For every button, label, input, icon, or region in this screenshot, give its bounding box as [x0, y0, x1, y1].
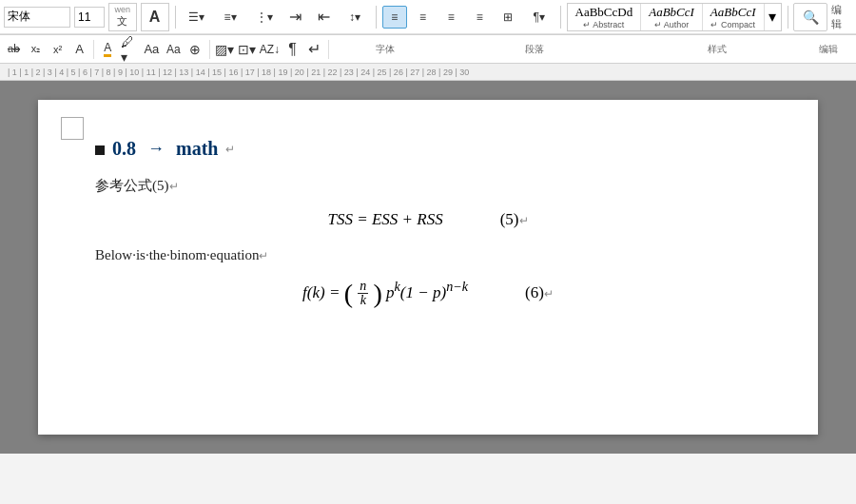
eq2-rest: pk(1 − p)n−k: [386, 283, 468, 301]
spacing-button[interactable]: ↵: [304, 38, 324, 61]
font-family-input[interactable]: 宋体: [4, 7, 70, 28]
equation2: f(k) = ( n k ) pk(1 − p)n−k (6)↵: [95, 279, 761, 307]
font-color-icon: A: [104, 41, 111, 57]
multilevel-list-button[interactable]: ⋮▾: [249, 6, 280, 29]
eq1-num: (5)↵: [500, 210, 529, 229]
wen-icon: 文: [117, 14, 127, 29]
compact-preview: AaBbCcI: [710, 5, 756, 20]
eq1-lhs: TSS = ESS + RSS: [328, 210, 443, 229]
align-right-button[interactable]: ≡: [438, 6, 463, 29]
heading-number: 0.8: [112, 138, 136, 160]
strikethrough-button[interactable]: ab̶: [4, 38, 24, 61]
para1: 参考公式(5)↵: [95, 175, 761, 197]
subscript-button[interactable]: x₂: [26, 38, 46, 61]
page-marker: [61, 117, 84, 140]
ruler-marks: | 1 | 1 | 2 | 3 | 4 | 5 | 6 | 7 | 8 | 9 …: [0, 68, 469, 77]
sep-b: [209, 40, 210, 59]
increase-indent-button[interactable]: ⇥: [283, 6, 308, 29]
ruler: | 1 | 1 | 2 | 3 | 4 | 5 | 6 | 7 | 8 | 9 …: [0, 64, 856, 81]
edit-group-label: 编辑: [805, 43, 852, 56]
ribbon-row2: ab̶ x₂ x² A A 🖊▾ Aa Aa ⊕ ▨▾ ⊡▾ AZ↓ ¶ ↵ 字…: [0, 35, 856, 64]
eq2-num: (6)↵: [525, 283, 554, 302]
style-abstract-card[interactable]: AaBbCcDd ↵ Abstract AaBbCcI ↵ Author AaB…: [567, 3, 782, 31]
sep-a: [93, 40, 94, 59]
para2-return: ↵: [259, 249, 268, 262]
symbol-button[interactable]: ⊕: [185, 38, 205, 61]
abstract-preview: AaBbCcDd: [575, 5, 633, 20]
edit-label: 编辑: [831, 3, 852, 31]
search-icon: 🔍: [803, 10, 819, 25]
heading-suffix: math: [176, 138, 218, 160]
clear-format-button[interactable]: Aa: [142, 38, 162, 61]
align-center-button[interactable]: ≡: [411, 6, 436, 29]
font-group-label: 字体: [333, 43, 438, 56]
align-justify-button[interactable]: ≡: [467, 6, 492, 29]
aa-button[interactable]: Aa: [164, 38, 184, 61]
numbered-list-button[interactable]: ≡▾: [215, 6, 245, 29]
decrease-indent-button[interactable]: ⇤: [311, 6, 336, 29]
author-preview: AaBbCcI: [649, 5, 694, 20]
align-left-button[interactable]: ≡: [382, 6, 407, 29]
styles-dropdown-button[interactable]: ▾: [764, 4, 781, 30]
author-label: ↵ Author: [654, 20, 690, 29]
columns-button[interactable]: ⊞: [496, 6, 520, 29]
eq2-frac-top: n: [358, 280, 368, 294]
equation1: TSS = ESS + RSS (5)↵: [95, 210, 761, 229]
sort-az-button[interactable]: AZ↓: [259, 38, 281, 61]
eq2-frac-bot: k: [359, 294, 368, 307]
para-settings-button[interactable]: ¶▾: [524, 6, 554, 29]
font-color-button[interactable]: A: [98, 38, 118, 61]
font-size-input[interactable]: 11: [74, 7, 105, 28]
eq2-fraction: n k: [358, 280, 368, 307]
heading-return: ↵: [225, 143, 235, 156]
separator4: [788, 6, 788, 29]
superscript-button[interactable]: x²: [48, 38, 68, 61]
eq2-main: f(k) = ( n k ) pk(1 − p)n−k: [302, 279, 468, 307]
border-button[interactable]: ⊡▾: [237, 38, 257, 61]
eq2-right-paren: ): [373, 279, 381, 308]
para-group-label: 段落: [439, 43, 630, 56]
separator2: [376, 6, 377, 29]
heading-line: 0.8 → math ↵: [95, 138, 761, 160]
text-effects-button[interactable]: A: [69, 38, 89, 61]
styles-group-label: 样式: [632, 43, 803, 56]
wen-button[interactable]: wen 文: [108, 3, 137, 31]
para2: Below·is·the·binom·equation↵: [95, 244, 761, 266]
large-a-button[interactable]: A: [141, 3, 169, 31]
search-button[interactable]: 🔍: [793, 3, 827, 31]
highlight-button[interactable]: 🖊▾: [120, 38, 140, 61]
eq2-left-paren: (: [344, 279, 353, 308]
document-area: 0.8 → math ↵ 参考公式(5)↵ TSS = ESS + RSS (5…: [0, 81, 856, 454]
abstract-label: ↵ Abstract: [583, 20, 624, 29]
para1-return: ↵: [169, 180, 179, 193]
sort-button[interactable]: ↕▾: [340, 6, 370, 29]
wen-label: wen: [115, 5, 131, 14]
bullet-list-button[interactable]: ☰▾: [181, 6, 211, 29]
separator3: [560, 6, 561, 29]
sep-c: [328, 40, 329, 59]
bullet-icon: [95, 145, 105, 155]
shading-button[interactable]: ▨▾: [214, 38, 235, 61]
show-marks-button[interactable]: ¶: [282, 38, 302, 61]
separator: [175, 6, 176, 29]
page: 0.8 → math ↵ 参考公式(5)↵ TSS = ESS + RSS (5…: [38, 100, 818, 435]
compact-label: ↵ Compact: [710, 20, 755, 29]
ribbon: 宋体 11 wen 文 A ☰▾ ≡▾ ⋮▾ ⇥ ⇤ ↕▾ ≡ ≡ ≡ ≡ ⊞ …: [0, 0, 856, 35]
heading-arrow: →: [147, 139, 165, 159]
